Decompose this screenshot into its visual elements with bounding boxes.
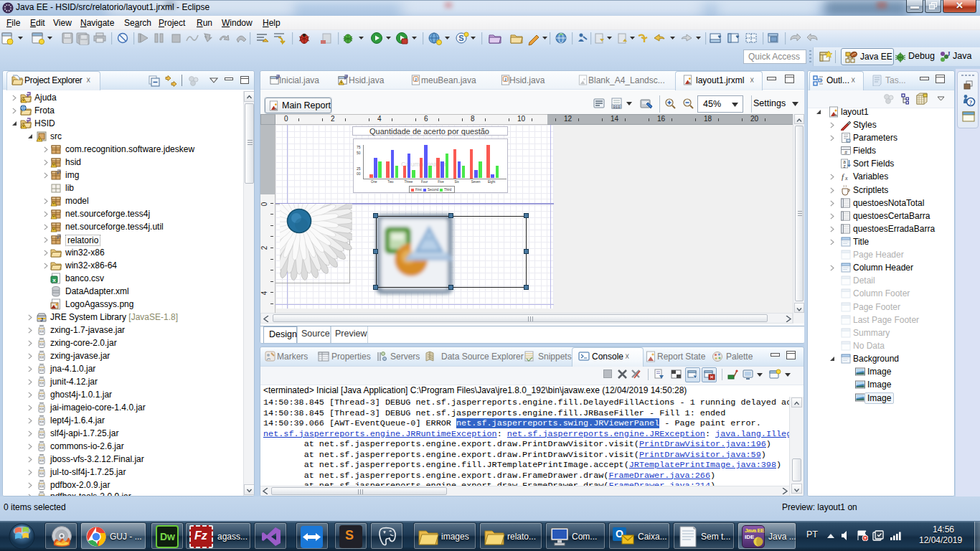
svg-text:J: J: [947, 50, 951, 57]
svg-text:010: 010: [613, 105, 621, 110]
svg-text:S: S: [458, 34, 463, 42]
svg-text:?: ?: [969, 99, 973, 106]
